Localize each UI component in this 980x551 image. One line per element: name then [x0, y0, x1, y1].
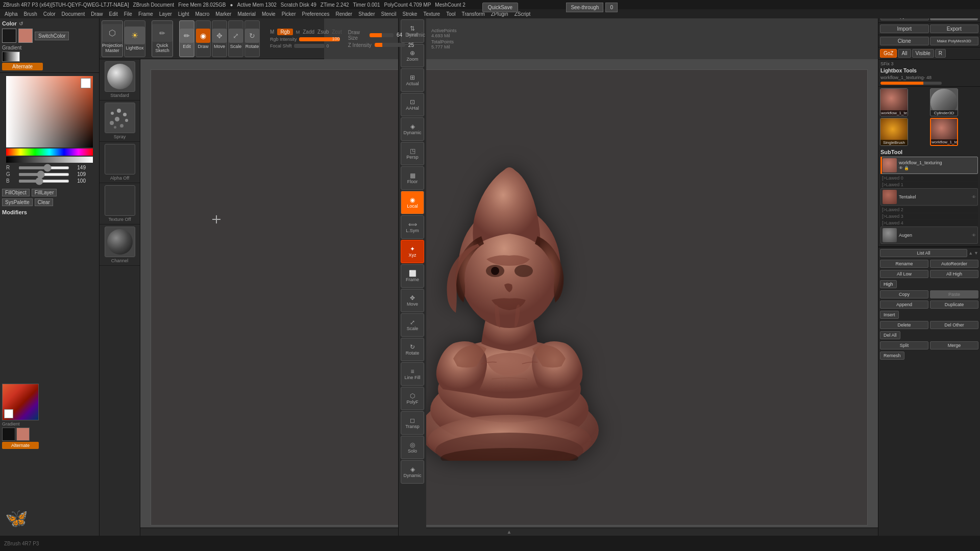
goz-button[interactable]: GoZ: [880, 49, 897, 58]
hue-slider[interactable]: [6, 148, 93, 156]
menu-stroke[interactable]: Stroke: [400, 10, 420, 18]
g-slider[interactable]: [18, 173, 69, 176]
auto-reorder-button[interactable]: AutoReorder: [930, 260, 978, 268]
texture-off-item[interactable]: Texture Off: [100, 183, 140, 224]
draw-size-slider[interactable]: [370, 33, 394, 37]
subtool-lock-icon[interactable]: 🔒: [904, 166, 909, 170]
layer-group-3[interactable]: [>Lawed 2: [880, 207, 978, 213]
menu-render[interactable]: Render: [333, 10, 355, 18]
alternate-bottom-button[interactable]: Alternate: [2, 442, 39, 449]
menu-stencil[interactable]: Stencil: [378, 10, 399, 18]
projection-master-button[interactable]: ⬡ Projection Master: [102, 20, 123, 57]
see-through-value[interactable]: 0: [605, 3, 618, 12]
gradient-preview[interactable]: [2, 52, 20, 62]
switch-color-button[interactable]: SwitchColor: [35, 32, 69, 40]
local-btn[interactable]: ◉ Local: [401, 191, 424, 214]
menu-picker[interactable]: Picker: [279, 10, 299, 18]
copy-button[interactable]: Copy: [880, 290, 928, 298]
gradient-canvas[interactable]: [2, 384, 39, 420]
scale-rt-btn[interactable]: ⤢ Scale: [401, 313, 424, 337]
quick-sketch-button[interactable]: ✏ Quick Sketch: [152, 20, 173, 57]
quicksave-button[interactable]: QuickSave: [482, 3, 518, 12]
canvas-scrollbar[interactable]: ▲: [140, 528, 878, 536]
material-ball-item[interactable]: Channel: [100, 224, 140, 266]
pink-swatch[interactable]: [16, 428, 30, 441]
rotate-rt-btn[interactable]: ↻ Rotate: [401, 338, 424, 361]
augen-eye-icon[interactable]: 👁: [972, 233, 976, 238]
transp-btn[interactable]: ◻ Transp: [401, 411, 424, 435]
floor-btn[interactable]: ▦ Floor: [401, 166, 424, 190]
focal-shift-slider[interactable]: [294, 44, 325, 48]
canvas-area[interactable]: [140, 59, 878, 536]
list-all-button[interactable]: List All: [880, 249, 967, 257]
zcut-btn[interactable]: Zcut: [332, 29, 341, 35]
xyz-btn[interactable]: ✦ Xyz: [401, 240, 424, 263]
duplicate-button[interactable]: Duplicate: [930, 300, 978, 309]
zsub-btn[interactable]: Zsub: [317, 29, 329, 35]
polyf-btn[interactable]: ⬡ PolyF: [401, 387, 424, 410]
clone-button[interactable]: Clone: [880, 37, 929, 45]
menu-movie[interactable]: Movie: [259, 10, 278, 18]
all-goz-button[interactable]: All: [898, 49, 911, 58]
solo-btn[interactable]: ◎ Solo: [401, 436, 424, 459]
lightbox-slider[interactable]: [880, 82, 942, 85]
export-button[interactable]: Export: [930, 24, 979, 33]
menu-brush[interactable]: Brush: [21, 10, 40, 18]
color-picker-canvas[interactable]: [6, 76, 93, 147]
menu-edit[interactable]: Edit: [107, 10, 120, 18]
del-other-button[interactable]: Del Other: [930, 321, 978, 329]
tool-thumb-workflow-tex[interactable]: workflow_1_textur...: [930, 118, 958, 146]
fill-layer-button[interactable]: FillLayer: [32, 189, 57, 196]
scale-button[interactable]: ⤢ Scale: [228, 20, 243, 57]
material-reset-btn[interactable]: ↺: [19, 21, 23, 27]
make-polymesh-button[interactable]: Make PolyMesh3D: [930, 37, 979, 45]
remesh-button[interactable]: Remesh: [880, 352, 904, 360]
layer-group-1[interactable]: [>Lawed 0: [880, 175, 978, 181]
primary-color-swatch[interactable]: [2, 29, 16, 43]
menu-color[interactable]: Color: [41, 10, 58, 18]
menu-draw[interactable]: Draw: [88, 10, 105, 18]
menu-material[interactable]: Material: [235, 10, 258, 18]
r-button[interactable]: R: [935, 49, 946, 58]
standard-brush-item[interactable]: Standard: [100, 59, 140, 101]
spray-brush-item[interactable]: Spray: [100, 101, 140, 142]
subtool-item-workflow[interactable]: workflow_1_texturing 👁 🔒: [880, 157, 978, 174]
all-low-button[interactable]: All Low: [880, 270, 928, 278]
delete-button[interactable]: Delete: [880, 321, 928, 329]
rgb-active-btn[interactable]: Rgb: [277, 29, 292, 35]
alpha-off-item[interactable]: Alpha Off: [100, 142, 140, 183]
menu-layer[interactable]: Layer: [157, 10, 175, 18]
visible-button[interactable]: Visible: [912, 49, 934, 58]
arrow-down-icon[interactable]: ▼: [974, 251, 978, 256]
dynamic-btn[interactable]: ◈ Dynamic: [401, 117, 424, 141]
persp-btn[interactable]: ◳ Persp: [401, 142, 424, 165]
tool-thumb-singlebrush[interactable]: SingleBrush: [880, 118, 908, 146]
insert-button[interactable]: Insert: [880, 311, 899, 319]
subtool-item-tentakel[interactable]: Tentakel 👁: [880, 188, 978, 206]
sys-palette-button[interactable]: SysPalette: [2, 198, 33, 206]
move-rt-btn[interactable]: ✥ Move: [401, 289, 424, 312]
dynamic2-btn[interactable]: ◈ Dynamic: [401, 460, 424, 484]
merge-button[interactable]: Merge: [930, 341, 978, 349]
subtool-eye-icon[interactable]: 👁: [899, 166, 903, 170]
tool-thumb-cylinder[interactable]: Cylinder3D: [930, 88, 958, 116]
rgb-intensity-slider[interactable]: 100: [299, 37, 340, 41]
all-high-button[interactable]: All High: [930, 270, 978, 278]
see-through-button[interactable]: See-through: [566, 3, 603, 12]
b-slider[interactable]: [18, 180, 69, 183]
z-intensity-slider[interactable]: [375, 43, 405, 47]
draw-button[interactable]: ◉ Draw: [195, 20, 211, 57]
zadd-btn[interactable]: Zadd: [303, 29, 314, 35]
brightness-slider[interactable]: [6, 157, 93, 163]
linefill-btn[interactable]: ≡ Line Fill: [401, 362, 424, 386]
r-slider[interactable]: [18, 166, 69, 169]
split-button[interactable]: Split: [880, 341, 928, 349]
dark-swatch[interactable]: [2, 428, 15, 441]
canvas-viewport[interactable]: [151, 69, 868, 525]
menu-document[interactable]: Document: [59, 10, 88, 18]
append-button[interactable]: Append: [880, 300, 928, 309]
edit-button[interactable]: ✏ Edit: [179, 20, 194, 57]
frame-btn[interactable]: ⬜ Frame: [401, 264, 424, 288]
scroll-up-arrow[interactable]: ▲: [507, 529, 512, 535]
layer-group-2[interactable]: [>Lawed 1: [880, 182, 978, 188]
